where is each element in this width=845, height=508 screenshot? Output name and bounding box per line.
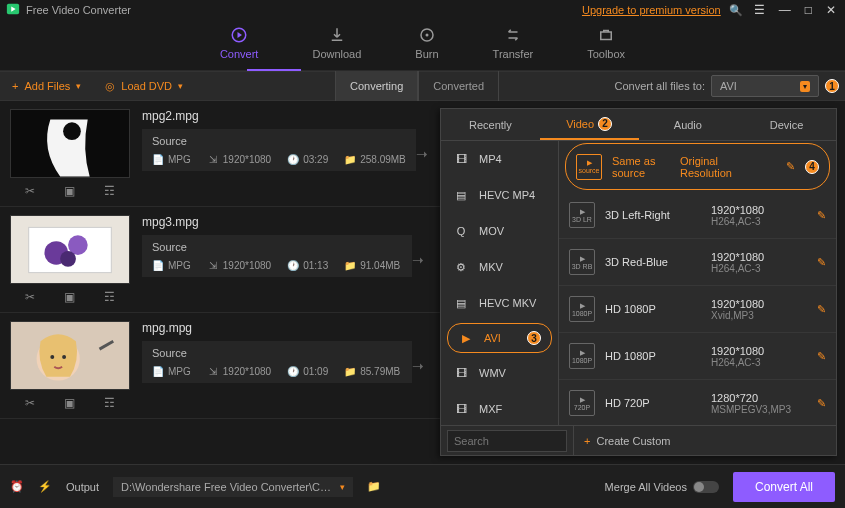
menu-icon[interactable]: ☰ xyxy=(751,3,768,17)
cut-icon[interactable]: ✂ xyxy=(25,290,35,304)
profile-row-same-as-source[interactable]: ▶source Same as source Original Resoluti… xyxy=(565,143,830,190)
edit-icon[interactable]: ✎ xyxy=(817,350,826,363)
format-item-more[interactable]: 🎞MXF xyxy=(441,391,558,425)
profile-resolution: 1920*1080 xyxy=(711,251,764,263)
profile-row[interactable]: ▶3D LR 3D Left-Right 1920*1080H264,AC-3 … xyxy=(559,192,836,239)
film-icon: 🎞 xyxy=(453,401,469,417)
source-label: Source xyxy=(152,347,402,359)
play-icon: ▶ xyxy=(458,330,474,346)
minimize-icon[interactable]: — xyxy=(776,3,794,17)
profile-row[interactable]: ▶720P HD 720P 1280*720MSMPEGV3,MP3 ✎ xyxy=(559,380,836,425)
folder-icon: 📁 xyxy=(344,365,356,377)
merge-toggle[interactable] xyxy=(693,481,719,493)
effects-icon[interactable]: ☶ xyxy=(104,290,115,304)
edit-icon[interactable]: ✎ xyxy=(817,209,826,222)
format-item-avi[interactable]: ▶AVI3 xyxy=(447,323,552,353)
svg-rect-6 xyxy=(601,32,612,40)
load-dvd-label: Load DVD xyxy=(121,80,172,92)
output-path-select[interactable]: D:\Wondershare Free Video Converter\Conv… xyxy=(113,477,353,497)
profile-resolution: 1920*1080 xyxy=(711,204,764,216)
panel-tab-video[interactable]: Video 2 xyxy=(540,109,639,140)
cut-icon[interactable]: ✂ xyxy=(25,184,35,198)
file-row[interactable]: ✂ ▣ ☶ mpg3.mpg Source 📄MPG ⇲1920*1080 🕐0… xyxy=(0,207,440,313)
file-row[interactable]: ✂ ▣ ☶ mpg.mpg Source 📄MPG ⇲1920*1080 🕐01… xyxy=(0,313,440,419)
open-folder-icon[interactable]: 📁 xyxy=(367,480,381,493)
panel-tab-audio[interactable]: Audio xyxy=(639,109,738,140)
upgrade-link[interactable]: Upgrade to premium version xyxy=(582,4,721,16)
file-icon: 📄 xyxy=(152,259,164,271)
panel-tab-recently[interactable]: Recently xyxy=(441,109,540,140)
format-item-mp4[interactable]: 🎞MP4 xyxy=(441,141,558,177)
search-input[interactable] xyxy=(447,430,567,452)
clock-icon: 🕐 xyxy=(287,153,299,165)
format-list[interactable]: 🎞MP4 ▤HEVC MP4 QMOV ⚙MKV ▤HEVC MKV ▶AVI3… xyxy=(441,141,559,425)
crop-icon[interactable]: ▣ xyxy=(64,184,75,198)
edit-icon[interactable]: ✎ xyxy=(817,303,826,316)
add-files-button[interactable]: + Add Files ▾ xyxy=(0,71,93,101)
maximize-icon[interactable]: □ xyxy=(802,3,815,17)
tab-converted[interactable]: Converted xyxy=(418,71,499,101)
format-item-mkv[interactable]: ⚙MKV xyxy=(441,249,558,285)
film-icon: 🎞 xyxy=(453,365,469,381)
thumbnail[interactable] xyxy=(10,215,130,284)
profile-row[interactable]: ▶1080P HD 1080P 1920*1080Xvid,MP3 ✎ xyxy=(559,286,836,333)
clock-icon: 🕐 xyxy=(287,365,299,377)
quicktime-icon: Q xyxy=(453,223,469,239)
effects-icon[interactable]: ☶ xyxy=(104,184,115,198)
file-row[interactable]: ✂ ▣ ☶ mpg2.mpg Source 📄MPG ⇲1920*1080 🕐0… xyxy=(0,101,440,207)
edit-icon[interactable]: ✎ xyxy=(786,160,795,173)
nav-convert[interactable]: Convert xyxy=(220,26,259,60)
source-label: Source xyxy=(152,135,406,147)
file-name: mpg3.mpg xyxy=(142,215,412,229)
format-item-hevc-mp4[interactable]: ▤HEVC MP4 xyxy=(441,177,558,213)
file-size: 91.04MB xyxy=(360,260,400,271)
cut-icon[interactable]: ✂ xyxy=(25,396,35,410)
load-dvd-button[interactable]: ◎ Load DVD ▾ xyxy=(93,71,195,101)
profile-list[interactable]: ▶source Same as source Original Resoluti… xyxy=(559,141,836,425)
svg-marker-3 xyxy=(238,32,243,38)
format-item-mov[interactable]: QMOV xyxy=(441,213,558,249)
marker-1: 1 xyxy=(825,79,839,93)
edit-icon[interactable]: ✎ xyxy=(817,397,826,410)
resolution-icon: ⇲ xyxy=(207,259,219,271)
file-size: 258.09MB xyxy=(360,154,406,165)
format-select[interactable]: AVI ▾ xyxy=(711,75,819,97)
file-resolution: 1920*1080 xyxy=(223,154,271,165)
thumbnail[interactable] xyxy=(10,109,130,178)
file-codec: MPG xyxy=(168,366,191,377)
arrow-right-icon: ➝ xyxy=(416,146,434,162)
crop-icon[interactable]: ▣ xyxy=(64,290,75,304)
search-icon[interactable]: 🔍 xyxy=(729,4,743,17)
tab-converting[interactable]: Converting xyxy=(335,71,418,101)
thumbnail[interactable] xyxy=(10,321,130,390)
format-item-hevc-mkv[interactable]: ▤HEVC MKV xyxy=(441,285,558,321)
crop-icon[interactable]: ▣ xyxy=(64,396,75,410)
add-files-label: Add Files xyxy=(24,80,70,92)
nav-toolbox[interactable]: Toolbox xyxy=(587,26,625,60)
edit-icon[interactable]: ✎ xyxy=(817,256,826,269)
profile-name: 3D Left-Right xyxy=(605,209,701,221)
profile-icon: ▶3D LR xyxy=(569,202,595,228)
nav-burn[interactable]: Burn xyxy=(415,26,438,60)
nav-download[interactable]: Download xyxy=(312,26,361,60)
gpu-icon[interactable]: ⚡ xyxy=(38,480,52,493)
panel-tab-device[interactable]: Device xyxy=(737,109,836,140)
format-panel: Recently Video 2 Audio Device 🎞MP4 ▤HEVC… xyxy=(440,108,837,456)
svg-point-16 xyxy=(50,355,54,359)
convert-all-button[interactable]: Convert All xyxy=(733,472,835,502)
plus-icon: + xyxy=(584,435,590,447)
schedule-icon[interactable]: ⏰ xyxy=(10,480,24,493)
close-icon[interactable]: ✕ xyxy=(823,3,839,17)
marker-4: 4 xyxy=(805,160,819,174)
toolbar: + Add Files ▾ ◎ Load DVD ▾ Converting Co… xyxy=(0,71,845,101)
nav-transfer[interactable]: Transfer xyxy=(493,26,534,60)
create-custom-button[interactable]: + Create Custom xyxy=(573,426,836,455)
effects-icon[interactable]: ☶ xyxy=(104,396,115,410)
profile-row[interactable]: ▶1080P HD 1080P 1920*1080H264,AC-3 ✎ xyxy=(559,333,836,380)
file-name: mpg.mpg xyxy=(142,321,412,335)
profile-row[interactable]: ▶3D RB 3D Red-Blue 1920*1080H264,AC-3 ✎ xyxy=(559,239,836,286)
profile-icon: ▶3D RB xyxy=(569,249,595,275)
format-item-wmv[interactable]: 🎞WMV xyxy=(441,355,558,391)
profile-icon: ▶1080P xyxy=(569,296,595,322)
nav-transfer-label: Transfer xyxy=(493,48,534,60)
